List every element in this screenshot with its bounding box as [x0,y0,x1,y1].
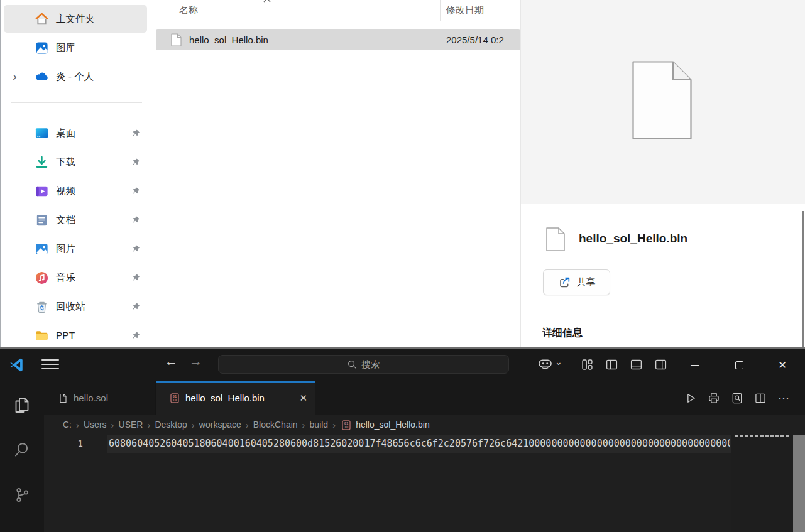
file-icon [171,33,182,46]
chevron-right-icon: › [332,420,336,430]
screen: › 主文件夹 › 图库 › 炎 - 个人 › 桌面 › 下载 › 视频 › 文档… [0,0,805,532]
explorer-files-icon[interactable] [12,395,32,415]
sidebar-item[interactable]: › 炎 - 个人 [4,63,147,90]
breadcrumb-item[interactable]: Users [84,420,107,430]
sidebar-item[interactable]: › 视频 [4,177,147,205]
recycle-icon [35,300,49,314]
editor-scrollbar[interactable] [793,435,805,532]
pin-icon [131,273,141,283]
sidebar-item[interactable]: › 文档 [4,206,147,234]
breadcrumb: C:›Users›USER›Desktop›workspace›BlockCha… [44,415,805,435]
sidebar-item[interactable]: › 回收站 [4,293,147,320]
code-editor[interactable]: 1 60806040526040518060400160405280600d81… [44,435,805,532]
copilot-menu[interactable]: ⌄ [537,357,562,371]
breadcrumb-item[interactable]: BlockChain [253,420,298,430]
chevron-right-icon: › [192,420,195,430]
file-icon [58,393,68,403]
vscode-logo-icon [8,357,25,373]
binary-file-icon: 0110 [341,420,351,430]
hamburger-menu-icon[interactable] [41,359,59,371]
back-arrow-icon[interactable]: ← [165,354,178,367]
minimap[interactable] [731,435,793,532]
activity-bar [0,381,44,532]
editor-tab[interactable]: 0110 hello_sol_Hello.bin [156,381,315,415]
sort-ascending-icon [263,0,271,3]
copilot-icon [537,357,553,371]
breadcrumb-item[interactable]: Desktop [155,420,187,430]
sidebar-item-label: 文档 [56,214,75,227]
breadcrumb-item[interactable]: workspace [199,420,241,430]
pin-icon [131,330,141,341]
column-header-name[interactable]: 名称 [179,4,198,16]
sidebar-item-label: 桌面 [56,127,75,140]
editor-area: hello.sol 0110 hello_sol_Hello.bin ⋯ C:›… [44,381,805,532]
pin-icon [131,128,141,139]
line-number: 1 [69,435,83,453]
chevron-right-icon: › [246,420,249,430]
sidebar-divider [11,102,142,103]
column-header-date[interactable]: 修改日期 [446,4,484,16]
forward-arrow-icon[interactable]: → [189,354,202,367]
sidebar-item[interactable]: › 主文件夹 [4,5,147,33]
videos-icon [35,184,49,198]
search-activity-icon[interactable] [12,440,32,460]
share-button[interactable]: 共享 [543,269,610,295]
code-line-1[interactable]: 60806040526040518060400160405280600d8152… [109,435,730,453]
sidebar-item[interactable]: › PPT [4,322,147,347]
minimap-line [735,435,791,437]
sidebar-item-label: 炎 - 个人 [56,70,94,84]
toggle-sidebar-icon[interactable] [605,358,618,371]
file-row[interactable]: hello_sol_Hello.bin 2025/5/14 0:2 [156,29,520,50]
search-placeholder: 搜索 [361,359,380,371]
breadcrumb-item[interactable]: C: [63,420,72,430]
split-editor-icon[interactable] [754,392,767,404]
column-divider[interactable] [440,0,441,21]
svg-text:10: 10 [344,425,349,429]
gallery-icon [35,41,49,55]
pictures-icon [35,242,49,256]
search-icon [348,360,357,369]
documents-icon [35,213,49,227]
file-icon [546,227,565,251]
minimize-button[interactable]: ─ [681,349,709,381]
maximize-icon [735,361,743,369]
sidebar-item-label: 图片 [56,242,75,256]
binary-file-icon: 0110 [170,393,180,403]
close-button[interactable]: ✕ [768,349,797,381]
customize-layout-icon[interactable] [581,358,594,371]
run-debug-icon[interactable] [12,529,32,532]
more-actions-icon[interactable]: ⋯ [777,392,790,404]
command-center-search[interactable]: 搜索 [218,355,509,374]
svg-text:10: 10 [173,398,177,402]
file-explorer-window: › 主文件夹 › 图库 › 炎 - 个人 › 桌面 › 下载 › 视频 › 文档… [0,0,805,347]
breadcrumb-item[interactable]: build [310,420,329,430]
sidebar-item[interactable]: › 图片 [4,235,147,263]
music-icon [35,271,49,285]
sidebar-item[interactable]: › 图库 [4,34,147,62]
sidebar-item[interactable]: › 音乐 [4,264,147,291]
preview-thumbnail-area [521,0,805,204]
print-icon[interactable] [708,392,720,404]
sidebar-item[interactable]: › 桌面 [4,119,147,147]
source-control-icon[interactable] [12,485,32,505]
editor-tab[interactable]: hello.sol [44,381,156,415]
preview-scrollbar[interactable] [802,211,804,347]
sidebar-item[interactable]: › 下载 [4,148,147,176]
editor-actions: ⋯ [684,381,790,415]
toggle-secondary-sidebar-icon[interactable] [654,358,667,371]
maximize-button[interactable] [725,349,753,381]
toggle-panel-icon[interactable] [630,358,643,371]
breadcrumb-item[interactable]: USER [119,420,143,430]
vscode-titlebar: ← → 搜索 ⌄ ─ ✕ [0,349,805,381]
breadcrumb-file[interactable]: hello_sol_Hello.bin [356,420,430,430]
sidebar-item-label: 下载 [56,156,75,169]
explorer-sidebar: › 主文件夹 › 图库 › 炎 - 个人 › 桌面 › 下载 › 视频 › 文档… [1,0,151,347]
chevron-right-icon: › [302,420,305,430]
find-in-file-icon[interactable] [731,392,743,404]
list-column-header: 名称 修改日期 [151,0,520,21]
chevron-right-icon: › [147,420,150,430]
chevron-right-icon[interactable]: › [13,70,17,82]
close-tab-icon[interactable] [299,393,307,404]
run-button-icon[interactable] [684,392,697,404]
sidebar-item-label: 回收站 [56,300,85,313]
